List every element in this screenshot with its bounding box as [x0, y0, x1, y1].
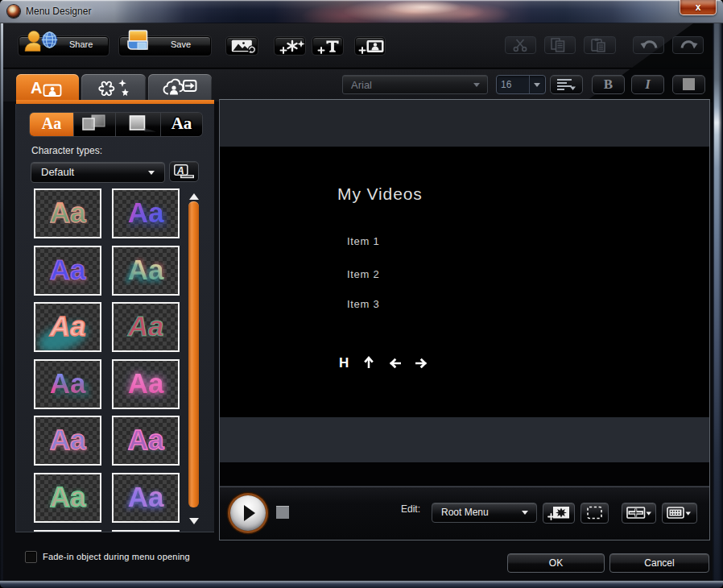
- svg-text:A: A: [31, 79, 42, 97]
- svg-text:A: A: [176, 165, 184, 176]
